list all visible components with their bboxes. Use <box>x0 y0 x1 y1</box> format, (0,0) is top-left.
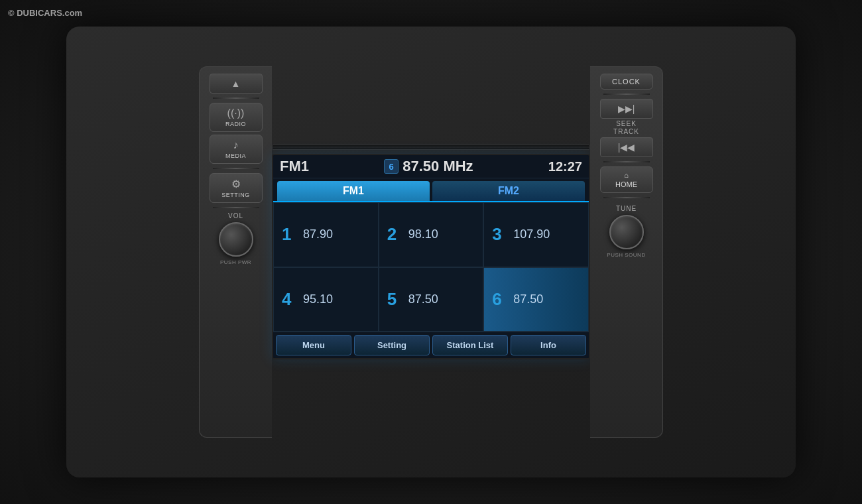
seek-forward-icon: ▶▶| <box>618 103 635 114</box>
preset-number-5: 5 <box>387 289 403 310</box>
right-divider-2 <box>603 161 650 162</box>
seek-section: ▶▶| SEEKTRACK |◀◀ <box>600 99 653 157</box>
time-display: 12:27 <box>548 159 582 174</box>
screen-area: FM1 6 87.50 MHz 12:27 FM1 FM2 1 <box>272 145 590 359</box>
tune-section: TUNE PUSH SOUND <box>607 205 645 258</box>
tab-fm2[interactable]: FM2 <box>432 181 585 201</box>
eject-button[interactable]: ▲ <box>210 74 263 94</box>
fm-mode-label: FM1 <box>280 158 309 175</box>
preset-number-4: 4 <box>282 289 298 310</box>
preset-freq-1: 87.90 <box>303 227 333 241</box>
watermark: © DUBICARS.com <box>8 8 82 18</box>
preset-freq-5: 87.50 <box>408 292 438 306</box>
frequency-display: 6 87.50 MHz <box>309 158 548 175</box>
info-button[interactable]: Info <box>511 335 586 355</box>
vol-label: VOL <box>228 212 243 220</box>
right-panel: CLOCK ▶▶| SEEKTRACK |◀◀ ⌂ HOME TUNE PUSH… <box>590 66 663 438</box>
tab-fm2-label: FM2 <box>498 185 519 197</box>
tabs-row: FM1 FM2 <box>273 178 589 201</box>
radio-label: RADIO <box>225 121 246 127</box>
screen-header: FM1 6 87.50 MHz 12:27 <box>273 155 589 178</box>
seek-back-button[interactable]: |◀◀ <box>600 137 653 157</box>
preset-cell-2[interactable]: 2 98.10 <box>379 202 484 267</box>
preset-cell-3[interactable]: 3 107.90 <box>483 202 589 267</box>
seek-track-label: SEEKTRACK <box>613 120 639 136</box>
preset-freq-2: 98.10 <box>408 227 438 241</box>
preset-cell-6[interactable]: 6 87.50 <box>483 267 589 332</box>
seek-back-icon: |◀◀ <box>618 142 635 153</box>
seek-forward-button[interactable]: ▶▶| <box>600 99 653 119</box>
main-screen: FM1 6 87.50 MHz 12:27 FM1 FM2 1 <box>272 154 590 359</box>
preset-freq-4: 95.10 <box>303 292 333 306</box>
bottom-buttons: Menu Setting Station List Info <box>273 332 589 358</box>
tune-label: TUNE <box>616 205 637 212</box>
divider-1 <box>213 97 259 99</box>
media-label: MEDIA <box>225 153 246 159</box>
radio-button[interactable]: ((·)) RADIO <box>210 103 263 132</box>
preset-freq-6: 87.50 <box>513 292 543 306</box>
station-list-button[interactable]: Station List <box>432 335 508 355</box>
setting-screen-button[interactable]: Setting <box>354 335 430 355</box>
divider-2 <box>213 168 259 169</box>
home-button[interactable]: ⌂ HOME <box>600 166 653 193</box>
tab-fm1[interactable]: FM1 <box>277 181 430 201</box>
eject-icon: ▲ <box>231 78 241 89</box>
right-divider-1 <box>603 94 650 95</box>
volume-knob[interactable] <box>219 222 253 257</box>
setting-icon: ⚙ <box>231 178 241 190</box>
cd-slot <box>272 145 590 150</box>
presets-grid: 1 87.90 2 98.10 3 107.90 4 95.10 5 87. <box>273 201 589 332</box>
volume-section: VOL PUSH PWR <box>219 212 253 265</box>
right-divider-3 <box>603 197 650 198</box>
media-button[interactable]: ♪ MEDIA <box>210 135 263 164</box>
preset-cell-4[interactable]: 4 95.10 <box>273 267 379 332</box>
left-panel: ▲ ((·)) RADIO ♪ MEDIA ⚙ SETTING VOL PUSH… <box>199 66 272 438</box>
preset-cell-1[interactable]: 1 87.90 <box>273 202 379 267</box>
preset-number-1: 1 <box>282 224 298 245</box>
push-sound-label: PUSH SOUND <box>607 252 645 258</box>
preset-freq-3: 107.90 <box>513 227 550 241</box>
home-label: HOME <box>615 180 637 188</box>
push-pwr-label: PUSH PWR <box>220 259 251 265</box>
divider-3 <box>213 207 259 208</box>
tune-knob[interactable] <box>609 215 644 249</box>
setting-button[interactable]: ⚙ SETTING <box>210 173 263 203</box>
setting-label: SETTING <box>221 192 250 198</box>
tab-fm1-label: FM1 <box>343 185 364 197</box>
home-icon: ⌂ <box>624 171 629 179</box>
radio-icon: ((·)) <box>227 107 245 119</box>
preset-number-6: 6 <box>492 289 508 310</box>
dashboard: ▲ ((·)) RADIO ♪ MEDIA ⚙ SETTING VOL PUSH… <box>66 27 796 477</box>
menu-button[interactable]: Menu <box>276 335 351 355</box>
clock-button[interactable]: CLOCK <box>600 74 653 90</box>
preset-number-3: 3 <box>492 224 508 245</box>
media-icon: ♪ <box>233 139 239 151</box>
frequency-value: 87.50 MHz <box>402 158 473 175</box>
preset-cell-5[interactable]: 5 87.50 <box>379 267 484 332</box>
preset-badge: 6 <box>384 159 399 174</box>
preset-number-2: 2 <box>387 224 403 245</box>
